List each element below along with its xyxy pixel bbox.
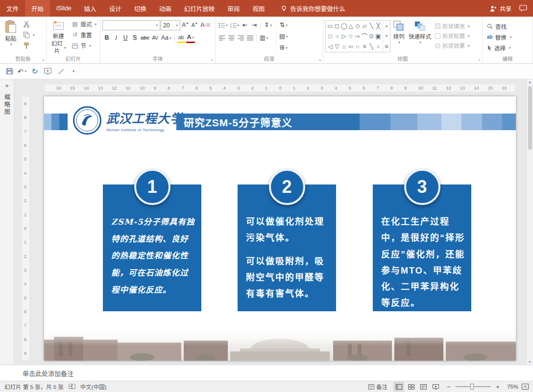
align-text-button[interactable]: ▤▾ bbox=[278, 31, 289, 42]
shape-option[interactable]: ∩ bbox=[356, 43, 360, 50]
underline-button[interactable]: U bbox=[121, 33, 130, 43]
decrease-font-size-button[interactable]: A▼ bbox=[190, 20, 199, 30]
arrange-button[interactable]: 排列▾ bbox=[391, 18, 406, 55]
shape-option[interactable]: ○ bbox=[376, 43, 380, 50]
change-case-button[interactable]: Aa▾ bbox=[160, 33, 172, 43]
zoom-out-button[interactable]: − bbox=[445, 383, 452, 391]
tab-view[interactable]: 视图 bbox=[246, 0, 271, 17]
zoom-percentage[interactable]: 75% bbox=[505, 384, 518, 390]
campus-photo[interactable] bbox=[44, 327, 516, 361]
line-spacing-button[interactable]: ⇕▾ bbox=[263, 20, 273, 30]
start-slideshow-button[interactable] bbox=[42, 66, 53, 77]
shape-option[interactable]: ▽ bbox=[335, 43, 339, 50]
notes-toggle-button[interactable]: 备注 bbox=[367, 381, 389, 392]
v-ruler[interactable]: 9876543210123456789 bbox=[22, 96, 30, 361]
shape-effects-button[interactable]: 形状效果▾ bbox=[435, 42, 470, 49]
font-size-select[interactable]: 20▾ bbox=[161, 20, 180, 30]
shape-option[interactable]: ▣ bbox=[375, 33, 381, 40]
text-highlight-button[interactable]: ab bbox=[177, 33, 186, 43]
shapes-scroll-up[interactable]: ▲ bbox=[383, 21, 390, 31]
shape-fill-button[interactable]: 形状填充▾ bbox=[435, 22, 470, 30]
copy-button[interactable]: ▾ bbox=[21, 29, 37, 40]
tell-me-box[interactable]: 告诉我你想要做什么 bbox=[281, 0, 345, 17]
bold-button[interactable]: B bbox=[102, 33, 111, 43]
quick-styles-button[interactable]: 快速样式▾ bbox=[407, 18, 433, 55]
fit-to-window-icon[interactable] bbox=[522, 384, 529, 390]
shape-option[interactable]: ☆ bbox=[348, 33, 354, 40]
shape-option[interactable]: ○ bbox=[335, 33, 339, 40]
save-button[interactable] bbox=[3, 66, 15, 77]
character-spacing-button[interactable]: AV bbox=[151, 33, 160, 43]
number-badge-3[interactable]: 3 bbox=[404, 169, 440, 205]
tab-file[interactable]: 文件 bbox=[0, 0, 25, 17]
shape-option[interactable]: ⇦ bbox=[348, 43, 353, 50]
cut-button[interactable] bbox=[21, 19, 37, 29]
shape-option[interactable]: ≡ bbox=[363, 43, 366, 50]
shape-option[interactable]: ╳ bbox=[376, 23, 380, 29]
text-direction-button[interactable]: ⇅▾ bbox=[278, 20, 289, 30]
strikethrough-button[interactable]: abc bbox=[140, 33, 150, 43]
shape-option[interactable]: ╲ bbox=[369, 23, 373, 29]
format-painter-button[interactable] bbox=[21, 40, 37, 51]
shape-outline-button[interactable]: 形状轮廓▾ bbox=[435, 32, 470, 40]
shape-option[interactable]: □ bbox=[328, 33, 332, 40]
convert-smartart-button[interactable]: ⊞▾ bbox=[278, 43, 289, 53]
reading-view-button[interactable] bbox=[418, 382, 429, 392]
h-ruler[interactable]: 1615141312111098765432101234567891011121… bbox=[44, 84, 516, 92]
pen-button[interactable] bbox=[54, 66, 66, 77]
undo-button[interactable]: ↶▾ bbox=[16, 66, 28, 77]
comments-icon[interactable] bbox=[519, 5, 527, 12]
new-slide-button[interactable]: 新建幻灯片▾ bbox=[48, 18, 68, 55]
scrollbar-thumb[interactable] bbox=[528, 86, 532, 150]
zoom-in-button[interactable]: + bbox=[494, 383, 501, 391]
tab-animations[interactable]: 动画 bbox=[153, 0, 178, 17]
shape-option[interactable]: ⌒ bbox=[362, 32, 367, 40]
spellcheck-icon[interactable] bbox=[69, 384, 75, 390]
text-shadow-button[interactable]: S bbox=[130, 33, 139, 43]
reset-button[interactable]: ↺重置 bbox=[69, 29, 98, 40]
vertical-scrollbar[interactable]: ▲ ▼ bbox=[526, 79, 533, 365]
shape-option[interactable]: △ bbox=[348, 23, 353, 29]
font-color-button[interactable]: A▾ bbox=[186, 33, 195, 43]
slide-canvas[interactable]: 武汉工程大学 Wuhan Institute of Technology 研究Z… bbox=[44, 96, 516, 361]
tab-slideshow[interactable]: 幻灯片放映 bbox=[178, 0, 221, 17]
language-indicator[interactable]: 中文(中国) bbox=[80, 383, 107, 391]
section-button[interactable]: 节▾ bbox=[69, 40, 98, 51]
zoom-slider[interactable] bbox=[456, 386, 491, 387]
scroll-up-arrow[interactable]: ▲ bbox=[528, 80, 532, 84]
shape-option[interactable]: ◻ bbox=[335, 23, 339, 29]
font-name-select[interactable]: ▾ bbox=[102, 20, 160, 30]
bullets-button[interactable]: ▾ bbox=[218, 20, 229, 30]
decrease-indent-button[interactable]: ⇤ bbox=[241, 20, 249, 30]
customize-qat-button[interactable]: ▾ bbox=[67, 66, 79, 77]
tab-design[interactable]: 设计 bbox=[103, 0, 128, 17]
shapes-more-button[interactable]: ⊞ bbox=[383, 42, 390, 52]
columns-button[interactable]: ▥▾ bbox=[259, 33, 269, 43]
replace-button[interactable]: ab替换▾ bbox=[485, 32, 514, 42]
shape-option[interactable]: ⇨ bbox=[355, 33, 360, 40]
tab-home[interactable]: 开始 bbox=[25, 0, 50, 17]
redo-button[interactable]: ↻ bbox=[29, 66, 41, 77]
select-button[interactable]: 选择▾ bbox=[485, 43, 514, 53]
shape-option[interactable]: ⌂ bbox=[342, 43, 345, 50]
font-dialog-launcher[interactable]: ↘ bbox=[210, 58, 214, 62]
shape-option[interactable]: ▷ bbox=[341, 33, 346, 40]
shape-option[interactable]: ▱ bbox=[362, 23, 366, 29]
tab-insert[interactable]: 插入 bbox=[78, 0, 103, 17]
shape-option[interactable]: ⊙ bbox=[369, 33, 374, 40]
find-button[interactable]: 查找 bbox=[485, 21, 514, 31]
share-button[interactable]: 共享 bbox=[490, 4, 511, 13]
zoom-slider-knob[interactable] bbox=[470, 384, 474, 390]
justify-button[interactable] bbox=[245, 33, 254, 43]
italic-button[interactable]: I bbox=[112, 33, 121, 43]
increase-indent-button[interactable]: ⇥ bbox=[250, 20, 259, 30]
shape-option[interactable]: ╲ bbox=[369, 43, 373, 50]
numbering-button[interactable]: 123▾ bbox=[229, 20, 241, 30]
notes-pane[interactable]: 单击此处添加备注 bbox=[0, 365, 533, 381]
align-right-button[interactable] bbox=[236, 33, 245, 43]
shapes-scroll-down[interactable]: ▼ bbox=[383, 31, 390, 41]
layout-button[interactable]: ▤版式▾ bbox=[69, 19, 98, 29]
align-left-button[interactable] bbox=[218, 33, 226, 43]
clipboard-dialog-launcher[interactable]: ↘ bbox=[41, 58, 45, 62]
university-logo-block[interactable]: 武汉工程大学 Wuhan Institute of Technology bbox=[73, 104, 183, 137]
